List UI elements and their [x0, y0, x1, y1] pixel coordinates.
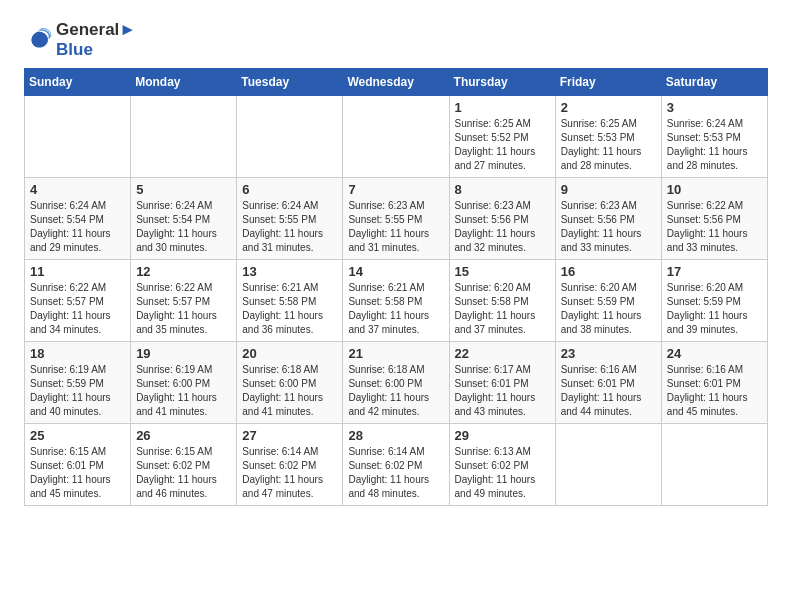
logo-icon — [24, 26, 52, 54]
day-info: Sunrise: 6:21 AM Sunset: 5:58 PM Dayligh… — [348, 281, 443, 337]
day-info: Sunrise: 6:18 AM Sunset: 6:00 PM Dayligh… — [348, 363, 443, 419]
day-number: 8 — [455, 182, 550, 197]
day-number: 9 — [561, 182, 656, 197]
day-info: Sunrise: 6:14 AM Sunset: 6:02 PM Dayligh… — [242, 445, 337, 501]
calendar-cell: 21Sunrise: 6:18 AM Sunset: 6:00 PM Dayli… — [343, 342, 449, 424]
day-info: Sunrise: 6:15 AM Sunset: 6:02 PM Dayligh… — [136, 445, 231, 501]
day-info: Sunrise: 6:22 AM Sunset: 5:57 PM Dayligh… — [136, 281, 231, 337]
day-info: Sunrise: 6:20 AM Sunset: 5:59 PM Dayligh… — [561, 281, 656, 337]
calendar-cell: 18Sunrise: 6:19 AM Sunset: 5:59 PM Dayli… — [25, 342, 131, 424]
day-number: 4 — [30, 182, 125, 197]
day-number: 21 — [348, 346, 443, 361]
calendar-cell: 14Sunrise: 6:21 AM Sunset: 5:58 PM Dayli… — [343, 260, 449, 342]
day-info: Sunrise: 6:16 AM Sunset: 6:01 PM Dayligh… — [667, 363, 762, 419]
calendar-cell: 23Sunrise: 6:16 AM Sunset: 6:01 PM Dayli… — [555, 342, 661, 424]
day-info: Sunrise: 6:18 AM Sunset: 6:00 PM Dayligh… — [242, 363, 337, 419]
weekday-header-thursday: Thursday — [449, 69, 555, 96]
day-info: Sunrise: 6:22 AM Sunset: 5:57 PM Dayligh… — [30, 281, 125, 337]
day-number: 28 — [348, 428, 443, 443]
day-number: 1 — [455, 100, 550, 115]
calendar-cell — [661, 424, 767, 506]
calendar-cell: 3Sunrise: 6:24 AM Sunset: 5:53 PM Daylig… — [661, 96, 767, 178]
page-header: General► Blue — [24, 20, 768, 60]
day-info: Sunrise: 6:14 AM Sunset: 6:02 PM Dayligh… — [348, 445, 443, 501]
day-number: 29 — [455, 428, 550, 443]
day-number: 5 — [136, 182, 231, 197]
day-number: 15 — [455, 264, 550, 279]
calendar-cell: 28Sunrise: 6:14 AM Sunset: 6:02 PM Dayli… — [343, 424, 449, 506]
day-number: 3 — [667, 100, 762, 115]
calendar-cell — [555, 424, 661, 506]
day-info: Sunrise: 6:13 AM Sunset: 6:02 PM Dayligh… — [455, 445, 550, 501]
day-number: 17 — [667, 264, 762, 279]
day-number: 2 — [561, 100, 656, 115]
calendar-cell: 11Sunrise: 6:22 AM Sunset: 5:57 PM Dayli… — [25, 260, 131, 342]
day-number: 18 — [30, 346, 125, 361]
calendar-cell: 17Sunrise: 6:20 AM Sunset: 5:59 PM Dayli… — [661, 260, 767, 342]
calendar-cell: 8Sunrise: 6:23 AM Sunset: 5:56 PM Daylig… — [449, 178, 555, 260]
weekday-header-friday: Friday — [555, 69, 661, 96]
day-number: 6 — [242, 182, 337, 197]
calendar-cell: 16Sunrise: 6:20 AM Sunset: 5:59 PM Dayli… — [555, 260, 661, 342]
day-info: Sunrise: 6:19 AM Sunset: 5:59 PM Dayligh… — [30, 363, 125, 419]
calendar-cell: 15Sunrise: 6:20 AM Sunset: 5:58 PM Dayli… — [449, 260, 555, 342]
calendar-cell: 22Sunrise: 6:17 AM Sunset: 6:01 PM Dayli… — [449, 342, 555, 424]
day-number: 19 — [136, 346, 231, 361]
calendar-cell: 7Sunrise: 6:23 AM Sunset: 5:55 PM Daylig… — [343, 178, 449, 260]
day-number: 7 — [348, 182, 443, 197]
logo-text: General► Blue — [56, 20, 136, 60]
day-number: 11 — [30, 264, 125, 279]
day-info: Sunrise: 6:25 AM Sunset: 5:53 PM Dayligh… — [561, 117, 656, 173]
day-info: Sunrise: 6:23 AM Sunset: 5:55 PM Dayligh… — [348, 199, 443, 255]
day-info: Sunrise: 6:21 AM Sunset: 5:58 PM Dayligh… — [242, 281, 337, 337]
calendar-cell: 1Sunrise: 6:25 AM Sunset: 5:52 PM Daylig… — [449, 96, 555, 178]
day-info: Sunrise: 6:24 AM Sunset: 5:54 PM Dayligh… — [30, 199, 125, 255]
day-info: Sunrise: 6:23 AM Sunset: 5:56 PM Dayligh… — [561, 199, 656, 255]
calendar-cell: 24Sunrise: 6:16 AM Sunset: 6:01 PM Dayli… — [661, 342, 767, 424]
logo: General► Blue — [24, 20, 136, 60]
calendar-cell: 20Sunrise: 6:18 AM Sunset: 6:00 PM Dayli… — [237, 342, 343, 424]
weekday-header-saturday: Saturday — [661, 69, 767, 96]
day-info: Sunrise: 6:25 AM Sunset: 5:52 PM Dayligh… — [455, 117, 550, 173]
day-info: Sunrise: 6:16 AM Sunset: 6:01 PM Dayligh… — [561, 363, 656, 419]
calendar-table: SundayMondayTuesdayWednesdayThursdayFrid… — [24, 68, 768, 506]
calendar-cell: 13Sunrise: 6:21 AM Sunset: 5:58 PM Dayli… — [237, 260, 343, 342]
day-number: 12 — [136, 264, 231, 279]
day-info: Sunrise: 6:20 AM Sunset: 5:58 PM Dayligh… — [455, 281, 550, 337]
calendar-cell: 27Sunrise: 6:14 AM Sunset: 6:02 PM Dayli… — [237, 424, 343, 506]
day-info: Sunrise: 6:17 AM Sunset: 6:01 PM Dayligh… — [455, 363, 550, 419]
calendar-cell: 25Sunrise: 6:15 AM Sunset: 6:01 PM Dayli… — [25, 424, 131, 506]
day-number: 27 — [242, 428, 337, 443]
day-info: Sunrise: 6:24 AM Sunset: 5:54 PM Dayligh… — [136, 199, 231, 255]
calendar-cell — [237, 96, 343, 178]
calendar-cell: 2Sunrise: 6:25 AM Sunset: 5:53 PM Daylig… — [555, 96, 661, 178]
calendar-cell: 10Sunrise: 6:22 AM Sunset: 5:56 PM Dayli… — [661, 178, 767, 260]
day-number: 13 — [242, 264, 337, 279]
day-info: Sunrise: 6:15 AM Sunset: 6:01 PM Dayligh… — [30, 445, 125, 501]
calendar-cell — [343, 96, 449, 178]
calendar-cell: 5Sunrise: 6:24 AM Sunset: 5:54 PM Daylig… — [131, 178, 237, 260]
day-number: 16 — [561, 264, 656, 279]
calendar-cell: 29Sunrise: 6:13 AM Sunset: 6:02 PM Dayli… — [449, 424, 555, 506]
calendar-cell: 26Sunrise: 6:15 AM Sunset: 6:02 PM Dayli… — [131, 424, 237, 506]
day-number: 22 — [455, 346, 550, 361]
day-number: 20 — [242, 346, 337, 361]
calendar-cell — [25, 96, 131, 178]
day-number: 25 — [30, 428, 125, 443]
weekday-header-tuesday: Tuesday — [237, 69, 343, 96]
day-number: 24 — [667, 346, 762, 361]
day-info: Sunrise: 6:19 AM Sunset: 6:00 PM Dayligh… — [136, 363, 231, 419]
day-number: 10 — [667, 182, 762, 197]
day-info: Sunrise: 6:24 AM Sunset: 5:53 PM Dayligh… — [667, 117, 762, 173]
day-number: 14 — [348, 264, 443, 279]
calendar-cell — [131, 96, 237, 178]
day-number: 23 — [561, 346, 656, 361]
calendar-cell: 19Sunrise: 6:19 AM Sunset: 6:00 PM Dayli… — [131, 342, 237, 424]
day-info: Sunrise: 6:22 AM Sunset: 5:56 PM Dayligh… — [667, 199, 762, 255]
weekday-header-wednesday: Wednesday — [343, 69, 449, 96]
day-info: Sunrise: 6:23 AM Sunset: 5:56 PM Dayligh… — [455, 199, 550, 255]
calendar-cell: 6Sunrise: 6:24 AM Sunset: 5:55 PM Daylig… — [237, 178, 343, 260]
day-number: 26 — [136, 428, 231, 443]
weekday-header-monday: Monday — [131, 69, 237, 96]
day-info: Sunrise: 6:20 AM Sunset: 5:59 PM Dayligh… — [667, 281, 762, 337]
